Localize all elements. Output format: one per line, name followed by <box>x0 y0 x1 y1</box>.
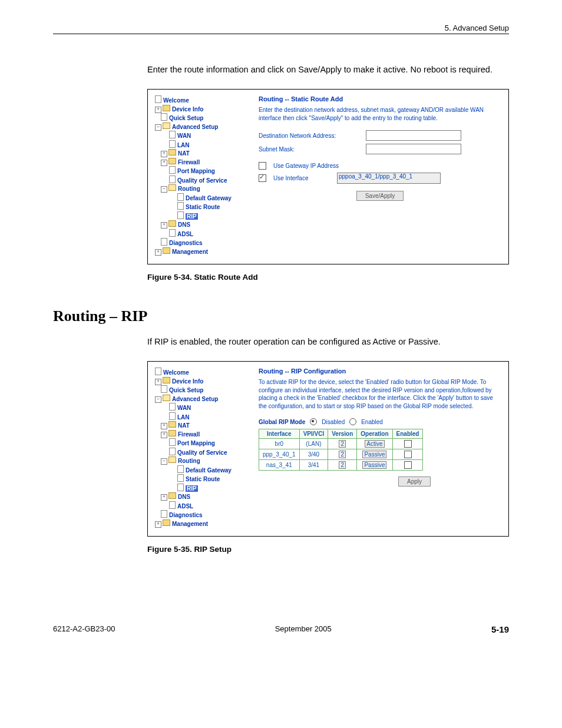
operation-select[interactable]: Active <box>365 440 384 448</box>
folder-icon <box>168 149 176 155</box>
tree-dns[interactable]: DNS <box>178 221 190 228</box>
tree2-device-info[interactable]: Device Info <box>172 378 203 385</box>
expand-icon[interactable]: + <box>161 160 167 166</box>
tree-diagnostics[interactable]: Diagnostics <box>169 240 203 246</box>
version-select[interactable]: 2 <box>339 440 346 448</box>
expand-icon[interactable]: + <box>161 222 167 229</box>
figure-5-35-screenshot: Welcome +Device Info Quick Setup −Advanc… <box>147 361 509 537</box>
collapse-icon[interactable]: − <box>155 124 161 131</box>
folder-open-icon <box>163 395 170 401</box>
dest-network-input[interactable] <box>366 130 461 141</box>
dest-network-label: Destination Network Address: <box>259 133 359 139</box>
tree2-static-route[interactable]: Static Route <box>186 476 220 482</box>
folder-open-icon <box>163 123 170 129</box>
cell-vpivci: 3/41 <box>299 460 328 471</box>
tree-static-route[interactable]: Static Route <box>186 204 220 210</box>
page-icon <box>177 202 184 210</box>
page-icon <box>177 465 184 473</box>
folder-open-icon <box>168 184 176 191</box>
tree-lan[interactable]: LAN <box>177 142 190 148</box>
tree2-quick-setup[interactable]: Quick Setup <box>169 387 203 393</box>
tree-rip[interactable]: RIP <box>186 213 198 220</box>
tree2-diagnostics[interactable]: Diagnostics <box>169 512 203 518</box>
tree2-management[interactable]: Management <box>172 521 208 527</box>
interface-select[interactable]: pppoa_3_40_1/ppp_3_40_1 <box>337 173 441 184</box>
tree2-nat[interactable]: NAT <box>178 422 190 429</box>
expand-icon[interactable]: + <box>161 423 167 429</box>
folder-icon <box>168 430 176 436</box>
tree2-port-mapping[interactable]: Port Mapping <box>177 440 215 446</box>
page-icon <box>169 501 176 509</box>
rip-table: Interface VPI/VCI Version Operation Enab… <box>259 429 423 471</box>
tree2-adsl[interactable]: ADSL <box>177 503 193 509</box>
page-icon <box>169 438 176 446</box>
tree-welcome[interactable]: Welcome <box>163 97 189 104</box>
folder-icon <box>168 220 176 227</box>
expand-icon[interactable]: + <box>155 107 161 113</box>
expand-icon[interactable]: + <box>155 249 161 256</box>
tree2-firewall[interactable]: Firewall <box>178 431 200 438</box>
figure-1-caption: Figure 5-34. Static Route Add <box>147 273 258 282</box>
expand-icon[interactable]: + <box>155 521 161 528</box>
page-icon <box>177 193 184 201</box>
tree-routing[interactable]: Routing <box>178 186 200 192</box>
expand-icon[interactable]: + <box>161 494 167 501</box>
operation-select[interactable]: Passive <box>362 461 386 469</box>
static-route-pane: Routing -- Static Route Add Enter the de… <box>259 95 501 256</box>
tree-port-mapping[interactable]: Port Mapping <box>177 168 215 174</box>
use-interface-checkbox[interactable]: ✓ <box>259 174 266 182</box>
tree-nat[interactable]: NAT <box>178 150 190 157</box>
global-rip-enabled-radio[interactable] <box>349 418 356 425</box>
expand-icon[interactable]: + <box>155 379 161 385</box>
page-icon <box>177 474 184 482</box>
expand-icon[interactable]: + <box>161 432 167 438</box>
row-enabled-checkbox[interactable] <box>404 461 412 469</box>
tree2-welcome[interactable]: Welcome <box>163 369 189 376</box>
expand-icon[interactable]: + <box>161 151 167 157</box>
folder-icon <box>163 519 170 526</box>
collapse-icon[interactable]: − <box>161 186 167 193</box>
tree2-rip[interactable]: RIP <box>186 485 198 492</box>
version-select[interactable]: 2 <box>339 451 346 458</box>
col-interface: Interface <box>259 429 300 439</box>
tree2-dns[interactable]: DNS <box>178 494 190 500</box>
folder-icon <box>163 105 170 111</box>
rip-config-pane: Routing -- RIP Configuration To activate… <box>259 368 501 528</box>
cell-vpivci: 3/40 <box>299 449 328 460</box>
page-icon <box>169 140 176 148</box>
folder-icon <box>163 377 170 383</box>
apply-button[interactable]: Apply <box>398 476 431 487</box>
row-enabled-checkbox[interactable] <box>404 451 412 458</box>
collapse-icon[interactable]: − <box>155 396 161 403</box>
tree-device-info[interactable]: Device Info <box>172 106 203 112</box>
global-rip-disabled-radio[interactable] <box>310 418 317 425</box>
tree2-qos[interactable]: Quality of Service <box>177 449 227 456</box>
tree-wan[interactable]: WAN <box>177 133 191 139</box>
use-gateway-label: Use Gateway IP Address <box>273 163 339 169</box>
tree-default-gateway[interactable]: Default Gateway <box>186 195 232 201</box>
pane-title: Routing -- Static Route Add <box>259 95 501 102</box>
figure-2-caption: Figure 5-35. RIP Setup <box>147 545 232 554</box>
page-icon <box>161 385 167 393</box>
intro-text-1: Enter the route information and click on… <box>147 64 509 76</box>
save-apply-button[interactable]: Save/Apply <box>356 191 404 201</box>
tree2-lan[interactable]: LAN <box>177 414 190 421</box>
tree-firewall[interactable]: Firewall <box>178 159 200 166</box>
tree-management[interactable]: Management <box>172 249 208 255</box>
tree2-advanced-setup[interactable]: Advanced Setup <box>172 396 218 402</box>
tree2-routing[interactable]: Routing <box>178 458 200 464</box>
subnet-mask-input[interactable] <box>366 144 461 154</box>
tree2-default-gateway[interactable]: Default Gateway <box>186 467 232 474</box>
tree-qos[interactable]: Quality of Service <box>177 177 227 184</box>
version-select[interactable]: 2 <box>339 461 346 469</box>
tree2-wan[interactable]: WAN <box>177 405 191 411</box>
operation-select[interactable]: Passive <box>362 451 386 458</box>
tree-quick-setup[interactable]: Quick Setup <box>169 115 203 121</box>
nav-tree-2: Welcome +Device Info Quick Setup −Advanc… <box>155 368 242 528</box>
row-enabled-checkbox[interactable] <box>404 440 412 448</box>
collapse-icon[interactable]: − <box>161 458 167 465</box>
global-rip-disabled-label: Disabled <box>322 419 345 425</box>
tree-advanced-setup[interactable]: Advanced Setup <box>172 124 218 130</box>
tree-adsl[interactable]: ADSL <box>177 231 193 237</box>
use-gateway-checkbox[interactable] <box>259 162 266 170</box>
